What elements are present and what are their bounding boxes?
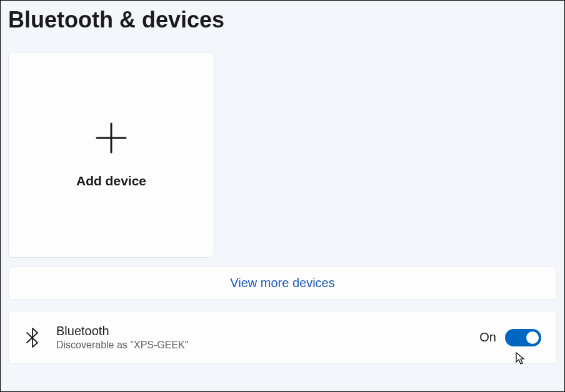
toggle-knob (526, 331, 539, 344)
bluetooth-toggle-group: On (479, 329, 541, 346)
plus-icon (94, 121, 128, 155)
bluetooth-text-group: Bluetooth Discoverable as "XPS-GEEK" (56, 324, 464, 351)
view-more-devices-button[interactable]: View more devices (8, 267, 557, 300)
view-more-label: View more devices (230, 276, 334, 290)
bluetooth-setting-row: Bluetooth Discoverable as "XPS-GEEK" On (8, 311, 557, 364)
bluetooth-title: Bluetooth (56, 324, 464, 338)
cursor-icon (515, 351, 526, 368)
add-device-label: Add device (76, 174, 146, 189)
bluetooth-toggle[interactable] (505, 329, 541, 346)
bluetooth-toggle-label: On (479, 330, 496, 345)
add-device-button[interactable]: Add device (8, 52, 214, 258)
page-title: Bluetooth & devices (8, 7, 557, 33)
bluetooth-icon (24, 326, 41, 349)
bluetooth-subtitle: Discoverable as "XPS-GEEK" (56, 340, 464, 351)
